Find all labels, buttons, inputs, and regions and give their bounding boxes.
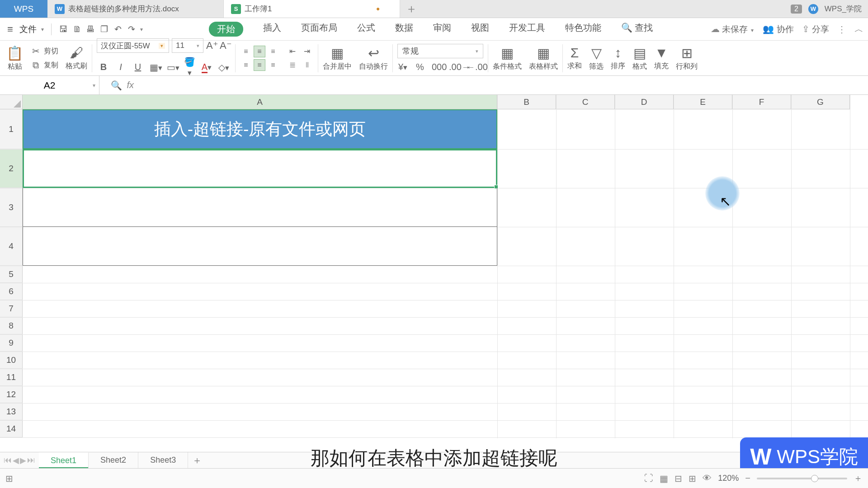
tab-view[interactable]: 视图	[471, 22, 489, 37]
zoom-value[interactable]: 120%	[718, 474, 739, 483]
copy-button[interactable]: ⧉复制	[30, 60, 58, 70]
underline-icon[interactable]: U	[132, 62, 143, 72]
paste-button[interactable]: 📋粘贴	[6, 45, 23, 71]
print-preview-icon[interactable]: ❐	[99, 23, 110, 35]
wrap-text-button[interactable]: ↩自动换行	[359, 45, 388, 71]
font-name-select[interactable]: 汉仪正圆-55W▾	[97, 38, 169, 53]
percent-icon[interactable]: %	[415, 62, 425, 72]
zoom-thumb[interactable]	[811, 475, 818, 482]
fill-button[interactable]: ▼填充	[654, 45, 669, 71]
notification-badge[interactable]: 2	[791, 5, 802, 14]
borders-icon[interactable]: ▦▾	[150, 62, 160, 73]
sum-button[interactable]: Σ求和	[567, 45, 582, 71]
undo-icon[interactable]: ↶	[112, 23, 124, 35]
cell-style-icon[interactable]: ▭▾	[167, 62, 178, 73]
user-avatar-icon[interactable]: W	[808, 4, 818, 14]
align-top-left-icon[interactable]: ≡	[240, 46, 252, 57]
cell-a3[interactable]	[23, 188, 497, 227]
currency-icon[interactable]: ¥▾	[397, 62, 408, 72]
increase-indent-icon[interactable]: ⇥	[301, 46, 313, 57]
sort-button[interactable]: ↕排序	[611, 45, 625, 71]
next-sheet-icon[interactable]: ▶	[20, 455, 26, 465]
file-menu[interactable]: 文件	[18, 23, 38, 35]
bold-icon[interactable]: B	[98, 62, 109, 72]
decrease-font-icon[interactable]: A⁻	[220, 40, 231, 52]
tab-page-layout[interactable]: 页面布局	[301, 22, 337, 37]
row-col-button[interactable]: ⊞行和列	[676, 45, 698, 71]
page-break-view-icon[interactable]: ⊞	[689, 473, 696, 484]
print-icon[interactable]: 🖶	[85, 23, 97, 35]
filter-button[interactable]: ▽筛选	[589, 45, 604, 71]
tab-home[interactable]: 开始	[209, 22, 243, 37]
save-as-icon[interactable]: 🗎	[71, 23, 83, 35]
sheet-tab-2[interactable]: Sheet2	[89, 452, 138, 468]
justify-icon[interactable]: ≣	[286, 59, 299, 71]
tab-insert[interactable]: 插入	[263, 22, 281, 37]
name-box[interactable]: A2▾	[0, 76, 99, 94]
spreadsheet-grid[interactable]: ABCDEFG 1234567891011121314 插入-超链接-原有文件或…	[0, 95, 868, 438]
align-bottom-right-icon[interactable]: ≡	[267, 59, 279, 71]
reading-view-icon[interactable]: 👁	[703, 473, 712, 483]
document-tab-active[interactable]: S 工作簿1 •	[224, 0, 400, 18]
prev-sheet-icon[interactable]: ◀	[13, 455, 19, 465]
formula-input[interactable]	[138, 76, 868, 94]
comma-icon[interactable]: 000	[432, 62, 443, 72]
share-button[interactable]: ⇪ 分享	[802, 23, 829, 35]
cell-a1[interactable]: 插入-超链接-原有文件或网页	[23, 109, 497, 149]
collab-button[interactable]: 👥 协作	[763, 23, 793, 35]
tab-data[interactable]: 数据	[395, 22, 413, 37]
align-bottom-left-icon[interactable]: ≡	[240, 59, 252, 71]
cell-a2-selected[interactable]	[23, 149, 497, 188]
more-icon[interactable]: ⋮	[837, 24, 846, 35]
cell-a4[interactable]	[23, 227, 497, 266]
align-top-center-icon[interactable]: ≡	[254, 46, 265, 57]
status-mode-icon[interactable]: ⊞	[5, 473, 13, 484]
fullscreen-icon[interactable]: ⛶	[644, 473, 653, 483]
zoom-out-icon[interactable]: −	[745, 473, 750, 483]
dropdown-icon[interactable]: ▾	[40, 26, 45, 33]
collapse-ribbon-icon[interactable]: ︿	[854, 23, 863, 35]
new-tab-button[interactable]: ＋	[400, 0, 423, 18]
merge-center-button[interactable]: ▦合并居中	[323, 45, 352, 71]
cancel-fx-icon[interactable]: 🔍	[111, 80, 122, 91]
fx-icon[interactable]: fx	[127, 80, 134, 90]
sheet-tab-3[interactable]: Sheet3	[138, 452, 188, 468]
zoom-slider[interactable]	[757, 478, 847, 479]
search-menu[interactable]: 🔍 查找	[621, 22, 653, 37]
table-style-button[interactable]: ▦表格样式	[529, 45, 558, 71]
decrease-indent-icon[interactable]: ⇤	[286, 46, 299, 57]
sheet-tab-1[interactable]: Sheet1	[39, 452, 89, 468]
conditional-format-button[interactable]: ▦条件格式	[493, 45, 522, 71]
distribute-icon[interactable]: ⫴	[301, 59, 313, 71]
increase-decimal-icon[interactable]: .00→	[449, 62, 460, 72]
align-top-right-icon[interactable]: ≡	[267, 46, 279, 57]
normal-view-icon[interactable]: ▦	[660, 473, 668, 484]
fill-color-icon[interactable]: 🪣▾	[184, 56, 195, 78]
italic-icon[interactable]: I	[115, 62, 126, 72]
align-bottom-center-icon[interactable]: ≡	[254, 59, 265, 71]
zoom-in-icon[interactable]: ＋	[854, 472, 863, 484]
format-painter-button[interactable]: 🖌格式刷	[66, 45, 87, 71]
add-sheet-button[interactable]: ＋	[188, 454, 206, 467]
tab-formulas[interactable]: 公式	[357, 22, 375, 37]
dropdown-icon[interactable]: ▾	[139, 26, 144, 33]
cut-button[interactable]: ✂剪切	[30, 46, 58, 56]
redo-icon[interactable]: ↷	[126, 23, 137, 35]
number-format-select[interactable]: 常规▾	[397, 44, 483, 58]
tab-dev-tools[interactable]: 开发工具	[509, 22, 545, 37]
hamburger-icon[interactable]: ≡	[5, 23, 16, 35]
first-sheet-icon[interactable]: ⏮	[4, 455, 12, 465]
last-sheet-icon[interactable]: ⏭	[27, 455, 35, 465]
unsaved-button[interactable]: ☁ 未保存 ▾	[711, 23, 755, 35]
format-button[interactable]: ▤格式	[632, 45, 647, 71]
increase-font-icon[interactable]: A⁺	[206, 40, 217, 52]
font-color-icon[interactable]: A▾	[201, 62, 212, 72]
page-layout-view-icon[interactable]: ⊟	[675, 473, 682, 484]
document-tab[interactable]: W 表格超链接的多种使用方法.docx	[47, 0, 224, 18]
font-size-select[interactable]: 11▾	[172, 38, 203, 53]
tab-special[interactable]: 特色功能	[565, 22, 601, 37]
clear-format-icon[interactable]: ◇▾	[218, 62, 229, 73]
tab-review[interactable]: 审阅	[433, 22, 451, 37]
save-icon[interactable]: 🖫	[58, 23, 70, 35]
decrease-decimal-icon[interactable]: ←.00	[466, 62, 477, 72]
